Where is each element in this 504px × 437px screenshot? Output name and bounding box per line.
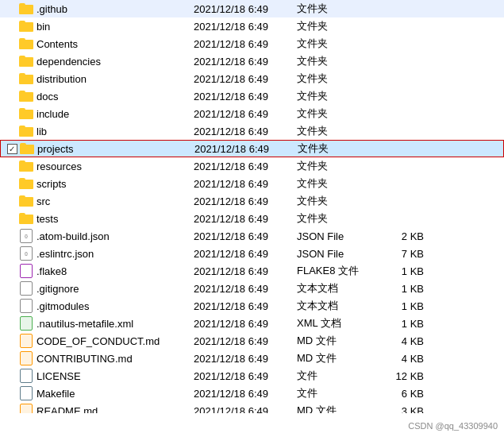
file-name: .github [19, 2, 194, 16]
file-name: distribution [19, 72, 194, 86]
file-type: XML 文档 [297, 316, 376, 331]
file-type: 文件夹 [297, 124, 376, 138]
file-size: 3 KB [376, 405, 424, 414]
file-date: 2021/12/18 6:49 [194, 108, 297, 120]
file-name: resources [19, 159, 194, 173]
file-type: MD 文件 [297, 351, 376, 365]
file-type: 文件夹 [297, 194, 376, 208]
file-date: 2021/12/18 6:49 [194, 353, 297, 365]
folder-icon [19, 124, 33, 138]
license-file-icon [19, 386, 33, 400]
folder-icon [19, 72, 33, 86]
table-row[interactable]: tests 2021/12/18 6:49 文件夹 [0, 210, 504, 227]
file-date: 2021/12/18 6:49 [194, 318, 297, 330]
file-size: 6 KB [376, 388, 424, 400]
file-name: src [19, 194, 194, 208]
file-type: 文件夹 [297, 2, 376, 16]
folder-icon [19, 37, 33, 51]
text-file-icon [19, 299, 33, 313]
table-row[interactable]: ✓ projects 2021/12/18 6:49 文件夹 [0, 140, 504, 157]
file-type: JSON File [297, 230, 376, 242]
file-size: 7 KB [376, 248, 424, 260]
table-row[interactable]: .github 2021/12/18 6:49 文件夹 [0, 0, 504, 17]
md-file-icon [19, 404, 33, 413]
file-date: 2021/12/18 6:49 [194, 195, 297, 207]
table-row[interactable]: LICENSE 2021/12/18 6:49 文件 12 KB [0, 367, 504, 385]
folder-icon [19, 19, 33, 33]
flake-file-icon [19, 264, 33, 278]
folder-icon [19, 89, 33, 103]
table-row[interactable]: .eslintrc.json 2021/12/18 6:49 JSON File… [0, 245, 504, 262]
file-date: 2021/12/18 6:49 [194, 388, 297, 400]
file-type: MD 文件 [297, 404, 376, 413]
file-date: 2021/12/18 6:49 [194, 160, 297, 172]
file-size: 2 KB [376, 230, 424, 242]
table-row[interactable]: distribution 2021/12/18 6:49 文件夹 [0, 70, 504, 87]
table-row[interactable]: README.md 2021/12/18 6:49 MD 文件 3 KB [0, 402, 504, 413]
md-file-icon [19, 334, 33, 348]
folder-icon [19, 159, 33, 173]
table-row[interactable]: resources 2021/12/18 6:49 文件夹 [0, 157, 504, 175]
table-row[interactable]: Contents 2021/12/18 6:49 文件夹 [0, 35, 504, 52]
file-name: .gitmodules [19, 299, 194, 313]
folder-icon [19, 106, 33, 121]
file-name: bin [19, 19, 194, 33]
table-row[interactable]: scripts 2021/12/18 6:49 文件夹 [0, 175, 504, 192]
table-row[interactable]: .flake8 2021/12/18 6:49 FLAKE8 文件 1 KB [0, 262, 504, 280]
file-date: 2021/12/18 6:49 [194, 370, 297, 382]
table-row[interactable]: .nautilus-metafile.xml 2021/12/18 6:49 X… [0, 315, 504, 332]
table-row[interactable]: Makefile 2021/12/18 6:49 文件 6 KB [0, 385, 504, 402]
file-date: 2021/12/18 6:49 [194, 230, 297, 242]
file-type: 文件夹 [297, 89, 376, 103]
file-type: 文件 [297, 386, 376, 400]
file-date: 2021/12/18 6:49 [194, 38, 297, 50]
folder-icon [19, 211, 33, 226]
file-size: 1 KB [376, 300, 424, 312]
file-name: include [19, 106, 194, 121]
table-row[interactable]: .atom-build.json 2021/12/18 6:49 JSON Fi… [0, 227, 504, 245]
table-row[interactable]: lib 2021/12/18 6:49 文件夹 [0, 122, 504, 140]
table-row[interactable]: .gitmodules 2021/12/18 6:49 文本文档 1 KB [0, 297, 504, 315]
table-row[interactable]: include 2021/12/18 6:49 文件夹 [0, 105, 504, 122]
file-type: 文件夹 [297, 54, 376, 68]
json-file-icon [19, 229, 33, 243]
file-type: 文件夹 [297, 211, 376, 226]
table-row[interactable]: docs 2021/12/18 6:49 文件夹 [0, 87, 504, 105]
file-type: 文本文档 [297, 299, 376, 313]
file-name: README.md [19, 404, 194, 413]
text-file-icon [19, 281, 33, 296]
file-size: 12 KB [376, 370, 424, 382]
folder-icon [19, 2, 33, 16]
file-date: 2021/12/18 6:49 [194, 126, 297, 137]
file-name: CONTRIBUTING.md [19, 351, 194, 365]
file-size: 1 KB [376, 318, 424, 330]
file-name: lib [19, 124, 194, 138]
folder-icon [19, 194, 33, 208]
table-row[interactable]: CODE_OF_CONDUCT.md 2021/12/18 6:49 MD 文件… [0, 332, 504, 350]
table-row[interactable]: dependencies 2021/12/18 6:49 文件夹 [0, 52, 504, 70]
file-type: 文件夹 [297, 106, 376, 121]
folder-icon [19, 176, 33, 191]
checkbox[interactable]: ✓ [4, 144, 20, 154]
table-row[interactable]: CONTRIBUTING.md 2021/12/18 6:49 MD 文件 4 … [0, 350, 504, 367]
file-date: 2021/12/18 6:49 [194, 405, 297, 414]
table-row[interactable]: src 2021/12/18 6:49 文件夹 [0, 192, 504, 210]
md-file-icon [19, 351, 33, 365]
file-name: .gitignore [19, 281, 194, 296]
file-name: .atom-build.json [19, 229, 194, 243]
file-date: 2021/12/18 6:49 [194, 3, 297, 15]
file-date: 2021/12/18 6:49 [194, 283, 297, 295]
file-date: 2021/12/18 6:49 [194, 56, 297, 68]
file-type: MD 文件 [297, 334, 376, 348]
folder-icon [19, 54, 33, 68]
table-row[interactable]: .gitignore 2021/12/18 6:49 文本文档 1 KB [0, 280, 504, 297]
file-type: 文件 [297, 369, 376, 383]
file-date: 2021/12/18 6:49 [194, 143, 298, 155]
file-list[interactable]: .github 2021/12/18 6:49 文件夹 bin 2021/12/… [0, 0, 504, 413]
file-name: dependencies [19, 54, 194, 68]
table-row[interactable]: bin 2021/12/18 6:49 文件夹 [0, 17, 504, 35]
xml-file-icon [19, 316, 33, 331]
file-name: LICENSE [19, 369, 194, 383]
file-type: 文件夹 [297, 176, 376, 191]
file-type: 文本文档 [297, 281, 376, 296]
